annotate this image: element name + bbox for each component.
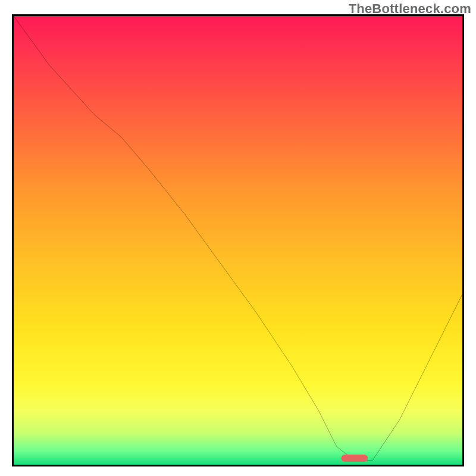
optimal-marker — [341, 455, 368, 462]
plot-area — [14, 16, 462, 465]
watermark-text: TheBottleneck.com — [349, 1, 471, 17]
bottleneck-curve — [14, 16, 462, 465]
chart-wrapper: TheBottleneck.com — [0, 0, 476, 476]
plot-frame — [12, 14, 464, 466]
